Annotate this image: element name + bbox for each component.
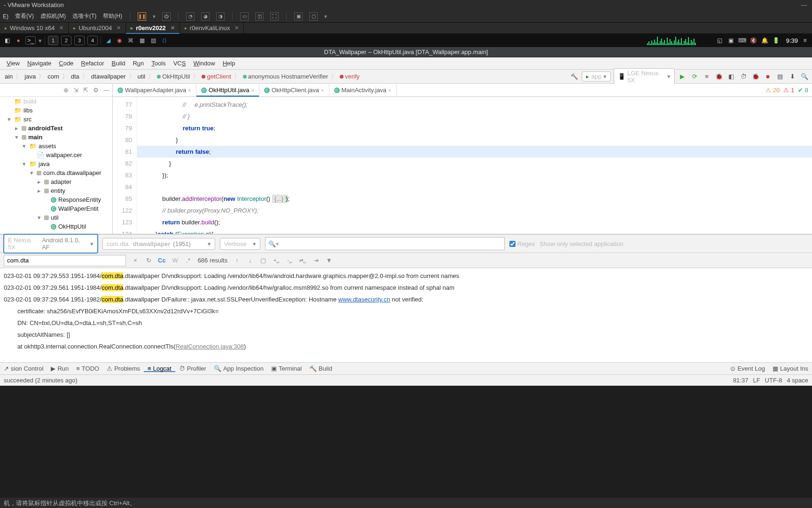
tree-item[interactable]: 📁libs	[0, 106, 112, 115]
crumb[interactable]: verify	[337, 71, 362, 81]
logcat-device-combo[interactable]: E Nexus 5XAndroid 8.1.0, AF▾	[4, 234, 98, 253]
prev-match-icon[interactable]: ↑	[233, 257, 241, 264]
vm-tab[interactable]: ▸r0envKaliLinux✕	[180, 23, 244, 33]
restart-icon[interactable]: ↻	[145, 257, 152, 264]
search-icon[interactable]: 🔍	[800, 72, 809, 81]
close-icon[interactable]: ×	[388, 87, 391, 93]
close-icon[interactable]: ✕	[59, 25, 63, 31]
match-case-icon[interactable]: Cc	[158, 257, 166, 264]
select-opened-icon[interactable]: ⊕	[63, 87, 69, 94]
tray-icon[interactable]: ▣	[727, 36, 735, 45]
run-config-combo[interactable]: ▸app▾	[582, 71, 611, 81]
apply-changes-icon[interactable]: ⟳	[690, 72, 699, 81]
crumb[interactable]: anonymous HostnameVerifier	[240, 71, 331, 81]
logcat-find-input[interactable]	[4, 255, 126, 266]
power-vm-icon[interactable]: ⏻	[162, 12, 171, 21]
coverage-icon[interactable]: ◧	[726, 72, 736, 81]
fullscreen-icon[interactable]: ⛶	[270, 12, 279, 21]
debug-icon[interactable]: 🐞	[714, 72, 724, 81]
vm-tab[interactable]: ▸r0env2022✕	[126, 23, 180, 33]
run-icon[interactable]: ▶	[678, 72, 687, 81]
instant-run-icon[interactable]: ≡	[702, 72, 711, 81]
ide-menu-item[interactable]: View	[4, 59, 23, 68]
tool-tab[interactable]: ▶ Run	[47, 365, 72, 372]
workspace-button[interactable]: 1	[48, 36, 58, 45]
next-match-icon[interactable]: ↓	[246, 257, 254, 264]
tool-tab[interactable]: ▦ Layout Ins	[769, 365, 812, 372]
export-icon[interactable]: ⇥	[312, 257, 320, 264]
volume-mute-icon[interactable]: 🔇	[750, 36, 758, 45]
tool-tab[interactable]: ⊙ Event Log	[726, 365, 769, 372]
tree-item[interactable]: ▸entity	[0, 186, 112, 195]
snapshot-icon[interactable]: ◔	[186, 12, 195, 21]
words-icon[interactable]: W	[172, 257, 179, 264]
tree-item[interactable]: ▾📁assets	[0, 142, 112, 151]
firefox-icon[interactable]: ●	[14, 36, 23, 45]
error-icon[interactable]: ⚠ 1	[783, 87, 794, 94]
editor-tab[interactable]: COkHttpClient.java×	[259, 84, 329, 96]
logcat-regex-checkbox[interactable]: Regex	[509, 240, 535, 247]
crumb[interactable]: dta	[68, 71, 82, 81]
crumb[interactable]: com	[45, 71, 62, 81]
tree-item[interactable]: ▾util	[0, 213, 112, 222]
ide-menu-item[interactable]: Build	[109, 59, 128, 68]
typo-icon[interactable]: ✔ 8	[798, 87, 808, 94]
menu-icon[interactable]: ≡	[801, 36, 809, 45]
crumb[interactable]: ain	[2, 71, 16, 81]
keyboard-icon[interactable]: ⌨	[738, 36, 747, 45]
vmware-menu-item[interactable]: 虚拟机(M)	[40, 12, 66, 20]
tool-tab[interactable]: ⏱ Profiler	[175, 365, 210, 372]
regex-icon[interactable]: .*	[185, 257, 192, 264]
tool-tab[interactable]: ▣ Terminal	[267, 365, 305, 372]
wireshark-icon[interactable]: ◢	[104, 36, 112, 45]
cursor-position[interactable]: 81:37	[733, 377, 749, 384]
tool-tab[interactable]: ≡ Logcat	[144, 365, 175, 372]
encoding[interactable]: UTF-8	[765, 377, 782, 384]
ide-menu-item[interactable]: VCS	[171, 59, 189, 68]
device-combo[interactable]: 📱LGE Nexus 5X▾	[614, 68, 675, 85]
close-icon[interactable]: ✕	[234, 25, 239, 31]
sdk-icon[interactable]: ⬇	[788, 72, 797, 81]
editor-tab[interactable]: COkHttpUtil.java×	[196, 84, 259, 96]
notification-icon[interactable]: 🔔	[761, 36, 769, 45]
editor-tab[interactable]: CWallpaperAdapter.java×	[113, 84, 196, 96]
attach-icon[interactable]: 🐞	[751, 72, 760, 81]
workspace-button[interactable]: 3	[74, 36, 85, 45]
tree-item[interactable]: ▸adapter	[0, 177, 112, 186]
collapse-icon[interactable]: ⇱	[83, 87, 88, 94]
vmware-menu-item[interactable]: 查看(V)	[15, 12, 34, 20]
crumb[interactable]: util	[135, 71, 148, 81]
remove-selection-icon[interactable]: -␣	[286, 258, 293, 263]
tree-item[interactable]: ▾main	[0, 133, 112, 142]
close-icon[interactable]: ✕	[171, 25, 175, 31]
file-manager-icon[interactable]: ▦	[138, 36, 146, 45]
vm-tab[interactable]: ▸Windows 10 x64✕	[0, 23, 69, 33]
workspace-button[interactable]: 4	[87, 36, 98, 45]
tool-tab[interactable]: ≡ TODO	[72, 365, 103, 372]
revert-icon[interactable]: ◕	[201, 12, 210, 21]
ide-menu-item[interactable]: Code	[56, 59, 76, 68]
console-icon[interactable]: ▣	[294, 12, 303, 21]
tree-item[interactable]: ▾📁java	[0, 159, 112, 168]
ide-menu-item[interactable]: Refactor	[78, 59, 107, 68]
tool-tab[interactable]: ⚠ Problems	[103, 365, 144, 372]
tool-tab[interactable]: 🔍 App Inspection	[210, 365, 267, 372]
battery-icon[interactable]: 🔋	[772, 36, 781, 45]
tree-item[interactable]: ▾com.dta.dtawallpaper	[0, 168, 112, 177]
close-icon[interactable]: ×	[321, 87, 324, 93]
unity-icon[interactable]: ◫	[255, 12, 264, 21]
ide-menu-item[interactable]: Run	[130, 59, 147, 68]
vm-tab[interactable]: ▸Ubuntu2004✕	[69, 23, 126, 33]
close-icon[interactable]: ×	[188, 87, 191, 93]
ide-menu-item[interactable]: Window	[190, 59, 218, 68]
burp-icon[interactable]: ◉	[115, 36, 124, 45]
clear-icon[interactable]: ×	[132, 257, 139, 264]
tool-tab[interactable]: ↗ sion Control	[0, 365, 47, 372]
code-lines[interactable]: // e.printStackTrace(); // } return true…	[137, 97, 812, 234]
stop-icon[interactable]: ■	[763, 72, 773, 81]
logcat-search-input[interactable]: 🔍▾	[265, 237, 505, 250]
tree-item[interactable]: COkHttpUtil	[0, 222, 112, 231]
crumb[interactable]: java	[22, 71, 39, 81]
code-area[interactable]: 777879808182838485122123124 // e.printSt…	[113, 97, 812, 234]
minimize-icon[interactable]: —	[800, 1, 808, 8]
